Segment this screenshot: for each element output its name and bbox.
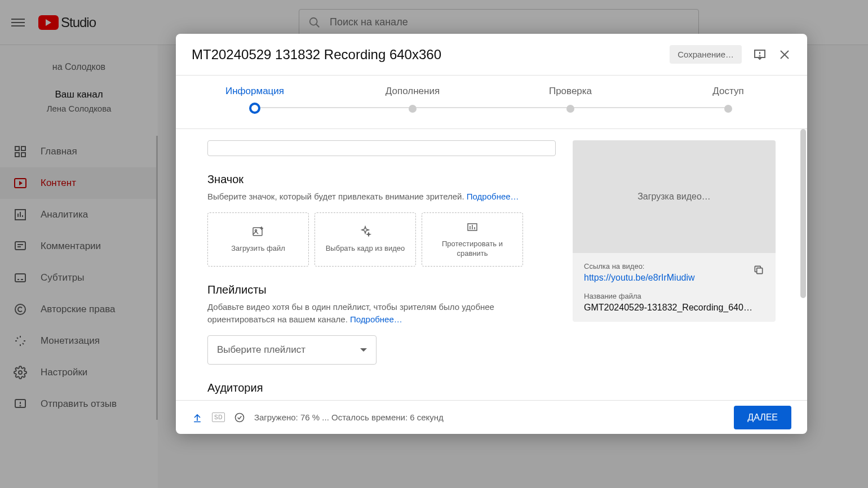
upload-icon — [192, 412, 203, 423]
preview-card: Загрузка видео… Ссылка на видео: https:/… — [573, 140, 776, 322]
modal-header: MT20240529 131832 Recording 640x360 Сохр… — [176, 34, 807, 75]
copy-icon[interactable] — [753, 264, 764, 276]
modal-footer: SD Загружено: 76 % ... Осталось времени:… — [176, 400, 807, 434]
step-details[interactable]: Информация — [176, 86, 334, 114]
thumbnail-options: Загрузить файл Выбрать кадр из видео Про… — [207, 212, 556, 267]
save-status-badge: Сохранение… — [670, 45, 742, 64]
step-dot-icon — [724, 105, 732, 113]
step-dot-icon — [409, 105, 417, 113]
step-dot-icon — [566, 105, 574, 113]
thumbnail-test-compare[interactable]: Протестировать и сравнить — [422, 212, 523, 267]
playlists-title: Плейлисты — [207, 283, 556, 296]
stepper: Информация Дополнения Проверка Доступ — [176, 75, 807, 129]
modal-body: Значок Выберите значок, который будет пр… — [176, 129, 807, 400]
playlist-select[interactable]: Выберите плейлист — [207, 335, 377, 365]
video-link[interactable]: https://youtu.be/e8rIrMiudiw — [584, 273, 695, 283]
svg-point-36 — [235, 413, 243, 422]
thumbnail-description: Выберите значок, который будет привлекат… — [207, 190, 556, 203]
audience-question: Это видео предназначено для детей? (Обяз… — [207, 399, 556, 401]
audience-title: Аудитория — [207, 381, 556, 394]
preview-info: Ссылка на видео: https://youtu.be/e8rIrM… — [573, 253, 776, 322]
thumbnail-title: Значок — [207, 173, 556, 186]
upload-image-icon — [251, 225, 265, 238]
chevron-down-icon — [360, 348, 367, 352]
description-input-partial[interactable] — [207, 140, 556, 156]
body-right: Загрузка видео… Ссылка на видео: https:/… — [573, 140, 776, 389]
modal-header-actions: Сохранение… — [670, 45, 791, 64]
playlists-learn-more-link[interactable]: Подробнее… — [350, 314, 402, 324]
compare-icon — [466, 220, 479, 234]
step-dot-icon — [249, 103, 260, 114]
step-visibility[interactable]: Доступ — [649, 86, 807, 114]
check-circle-icon — [234, 412, 245, 423]
close-icon[interactable] — [778, 48, 791, 61]
upload-modal: MT20240529 131832 Recording 640x360 Сохр… — [176, 34, 807, 434]
sd-badge: SD — [212, 412, 225, 422]
modal-title: MT20240529 131832 Recording 640x360 — [192, 47, 441, 63]
preview-video-placeholder: Загрузка видео… — [573, 140, 776, 253]
video-link-label: Ссылка на видео: — [584, 262, 695, 270]
filename-label: Название файла — [584, 292, 764, 300]
step-checks[interactable]: Проверка — [491, 86, 649, 114]
next-button[interactable]: ДАЛЕЕ — [734, 406, 791, 429]
svg-rect-34 — [757, 268, 763, 274]
thumbnail-auto-generate[interactable]: Выбрать кадр из видео — [315, 212, 416, 267]
thumbnail-upload-file[interactable]: Загрузить файл — [207, 212, 309, 267]
sparkle-icon — [358, 225, 372, 238]
scrollbar[interactable] — [800, 129, 806, 298]
feedback-icon[interactable] — [753, 48, 767, 61]
svg-point-25 — [760, 55, 760, 56]
step-elements[interactable]: Дополнения — [334, 86, 491, 114]
body-left: Значок Выберите значок, который будет пр… — [207, 140, 556, 389]
filename-value: GMT20240529-131832_Recording_640… — [584, 303, 764, 313]
thumbnail-learn-more-link[interactable]: Подробнее… — [467, 192, 519, 201]
svg-rect-28 — [253, 228, 262, 236]
playlists-description: Добавьте видео хотя бы в один плейлист, … — [207, 301, 556, 326]
upload-status: Загружено: 76 % ... Осталось времени: 6 … — [254, 412, 725, 422]
